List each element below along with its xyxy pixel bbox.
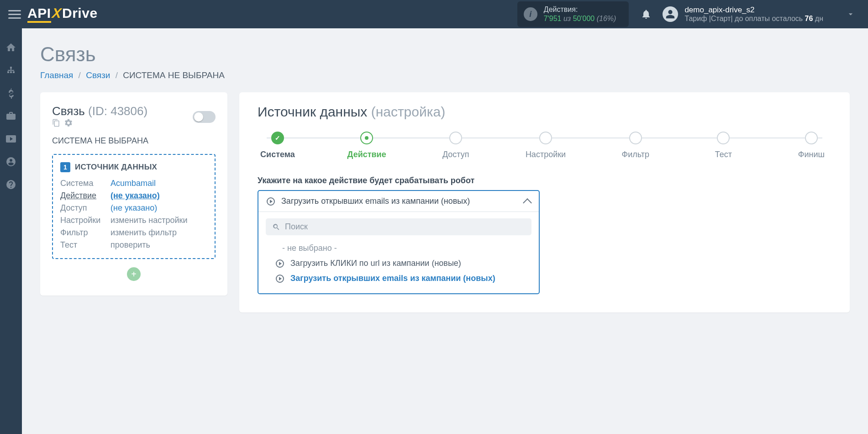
breadcrumb-links[interactable]: Связи (86, 70, 110, 80)
play-icon (267, 197, 275, 206)
kv-test-val[interactable]: проверить (110, 240, 207, 250)
billing-icon[interactable] (5, 88, 16, 99)
dropdown-search (266, 218, 531, 235)
play-icon (276, 259, 284, 268)
copy-icon[interactable] (52, 119, 60, 129)
step-settings[interactable]: Настройки (526, 132, 566, 159)
option-none[interactable]: - не выбрано - (266, 241, 531, 256)
svg-rect-2 (13, 71, 15, 73)
step-action[interactable]: Действие (347, 132, 386, 159)
kv-access-key: Доступ (60, 203, 110, 213)
step-system[interactable]: Система (259, 132, 296, 159)
play-icon (276, 275, 284, 283)
data-source-config-card: Источник данных (настройка) Система Дейс… (239, 92, 850, 312)
action-prompt: Укажите на какое действие будет срабатыв… (258, 176, 831, 185)
connections-icon[interactable] (5, 65, 16, 76)
avatar-icon (663, 6, 678, 22)
option-clicks[interactable]: Загрузить КЛИКИ по url из кампании (новы… (266, 256, 531, 271)
chevron-up-icon (523, 198, 532, 207)
search-icon (272, 223, 280, 231)
breadcrumb-current: СИСТЕМА НЕ ВЫБРАНА (123, 70, 225, 80)
topbar: APIXDrive i Действия: 7'951 из 50'000 (1… (0, 0, 868, 28)
sidebar (0, 28, 22, 434)
kv-system-key: Система (60, 179, 110, 188)
svg-rect-0 (7, 71, 9, 73)
notifications-icon[interactable] (641, 9, 652, 20)
connection-subtitle: СИСТЕМА НЕ ВЫБРАНА (52, 136, 216, 146)
menu-toggle-button[interactable] (8, 8, 21, 21)
step-test[interactable]: Тест (705, 132, 742, 159)
source-heading: ИСТОЧНИК ДАННЫХ (75, 163, 157, 172)
svg-rect-3 (10, 67, 12, 69)
config-title: Источник данных (настройка) (258, 104, 831, 120)
kv-settings-val[interactable]: изменить настройки (110, 216, 207, 225)
dropdown-selected-text: Загрузить открывших emails из кампании (… (281, 196, 518, 206)
video-icon[interactable] (5, 133, 16, 144)
briefcase-icon[interactable] (5, 111, 16, 122)
user-info: demo_apix-drive_s2 Тариф |Старт| до опла… (684, 5, 823, 23)
help-icon[interactable] (5, 179, 16, 190)
step-finish[interactable]: Финиш (793, 132, 830, 159)
breadcrumb-home[interactable]: Главная (40, 70, 73, 80)
kv-action-val[interactable]: (не указано) (110, 191, 207, 201)
breadcrumb: Главная / Связи / СИСТЕМА НЕ ВЫБРАНА (40, 70, 850, 80)
connection-title: Связь (ID: 43806) (52, 104, 147, 130)
connection-summary-card: Связь (ID: 43806) СИСТЕМА НЕ ВЫБРАНА 1 И… (40, 92, 227, 296)
kv-settings-key: Настройки (60, 216, 110, 225)
data-source-box: 1 ИСТОЧНИК ДАННЫХ Система Acumbamail Дей… (52, 154, 216, 259)
info-icon: i (524, 7, 537, 21)
home-icon[interactable] (5, 42, 16, 53)
search-input[interactable] (285, 222, 525, 232)
account-icon[interactable] (5, 156, 16, 167)
step-access[interactable]: Доступ (437, 132, 474, 159)
page-title: Связь (40, 43, 850, 66)
actions-text: Действия: 7'951 из 50'000 (16%) (544, 5, 616, 23)
action-dropdown: Загрузить открывших emails из кампании (… (258, 190, 540, 294)
gear-icon[interactable] (64, 118, 73, 130)
actions-counter[interactable]: i Действия: 7'951 из 50'000 (16%) (517, 1, 629, 27)
svg-rect-1 (10, 71, 12, 73)
kv-action-key: Действие (60, 191, 110, 201)
kv-filter-key: Фильтр (60, 228, 110, 238)
source-badge: 1 (60, 162, 70, 172)
logo[interactable]: APIXDrive (27, 5, 98, 23)
chevron-down-icon[interactable] (846, 10, 855, 19)
option-opens[interactable]: Загрузить открывших emails из кампании (… (266, 271, 531, 286)
kv-filter-val[interactable]: изменить фильтр (110, 228, 207, 238)
kv-access-val[interactable]: (не указано) (110, 203, 207, 213)
stepper: Система Действие Доступ Настройки Фильтр… (258, 132, 831, 159)
add-destination-button[interactable]: + (127, 267, 141, 281)
enable-toggle[interactable] (193, 111, 216, 123)
user-menu[interactable]: demo_apix-drive_s2 Тариф |Старт| до опла… (663, 5, 823, 23)
step-filter[interactable]: Фильтр (617, 132, 654, 159)
dropdown-selected[interactable]: Загрузить открывших emails из кампании (… (258, 191, 539, 212)
kv-system-val[interactable]: Acumbamail (110, 179, 207, 188)
dropdown-body: - не выбрано - Загрузить КЛИКИ по url из… (258, 212, 539, 293)
svg-rect-5 (8, 70, 14, 71)
main: Связь Главная / Связи / СИСТЕМА НЕ ВЫБРА… (22, 28, 868, 434)
kv-test-key: Тест (60, 240, 110, 250)
